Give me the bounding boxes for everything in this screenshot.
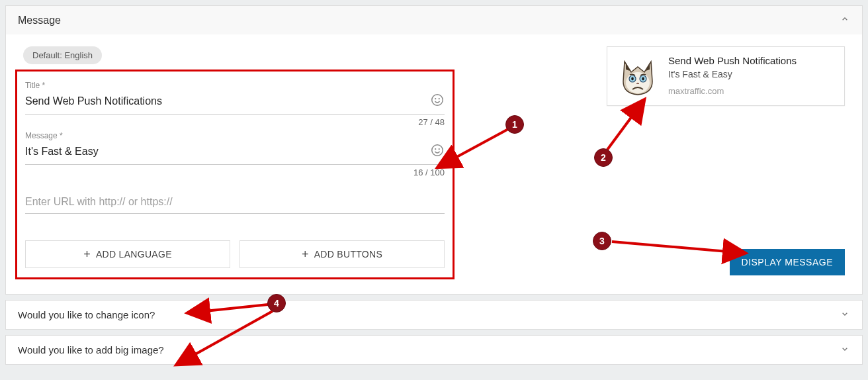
preview-domain: maxtraffic.com (668, 86, 797, 96)
message-field: Message * 16 / 100 (25, 131, 445, 177)
title-input[interactable] (25, 95, 430, 107)
message-panel-header[interactable]: Message (6, 6, 862, 34)
url-field (25, 193, 445, 214)
preview-title: Send Web Push Notifications (668, 55, 797, 66)
message-input[interactable] (25, 146, 430, 158)
emoji-icon[interactable] (430, 93, 445, 110)
add-language-label: ADD LANGUAGE (96, 249, 172, 260)
big-image-title: Would you like to add big image? (18, 344, 164, 356)
title-counter: 27 / 48 (25, 117, 445, 127)
big-image-header[interactable]: Would you like to add big image? (6, 336, 862, 364)
svg-point-2 (439, 98, 440, 99)
svg-point-0 (432, 95, 443, 106)
message-panel: Message Default: English Title * 27 / 48 (5, 5, 863, 295)
big-image-panel: Would you like to add big image? (5, 335, 863, 365)
highlighted-form-area: Title * 27 / 48 Message * (15, 70, 455, 279)
change-icon-panel: Would you like to change icon? (5, 300, 863, 330)
add-buttons-label: ADD BUTTONS (314, 249, 382, 260)
svg-point-10 (631, 77, 634, 81)
annotation-badge-2: 2 (594, 148, 613, 167)
panel-body: Default: English Title * 27 / 48 Message (6, 34, 862, 294)
svg-point-11 (642, 77, 644, 81)
chevron-down-icon (840, 309, 850, 321)
add-language-button[interactable]: + ADD LANGUAGE (25, 240, 230, 268)
title-label: Title * (25, 81, 445, 90)
panel-title: Message (18, 15, 61, 26)
chevron-up-icon (840, 14, 850, 26)
url-input[interactable] (25, 196, 445, 208)
change-icon-title: Would you like to change icon? (18, 309, 155, 320)
annotation-badge-4: 4 (267, 294, 286, 312)
svg-point-1 (435, 98, 436, 99)
svg-point-3 (432, 145, 443, 156)
notification-preview: Send Web Push Notifications It's Fast & … (607, 46, 845, 106)
annotation-badge-1: 1 (505, 115, 524, 134)
language-chip[interactable]: Default: English (23, 46, 102, 64)
message-label: Message * (25, 131, 445, 140)
add-buttons-button[interactable]: + ADD BUTTONS (239, 240, 445, 268)
title-field: Title * 27 / 48 (25, 81, 445, 127)
preview-icon-image (617, 55, 659, 97)
svg-point-5 (439, 148, 440, 150)
annotation-badge-3: 3 (593, 232, 611, 250)
change-icon-header[interactable]: Would you like to change icon? (6, 301, 862, 329)
chevron-down-icon (840, 344, 850, 356)
display-message-button[interactable]: DISPLAY MESSAGE (730, 249, 845, 275)
preview-body: It's Fast & Easy (668, 69, 797, 79)
message-counter: 16 / 100 (25, 167, 445, 177)
emoji-icon[interactable] (430, 143, 445, 160)
svg-point-4 (435, 148, 436, 150)
button-row: + ADD LANGUAGE + ADD BUTTONS (25, 240, 445, 268)
